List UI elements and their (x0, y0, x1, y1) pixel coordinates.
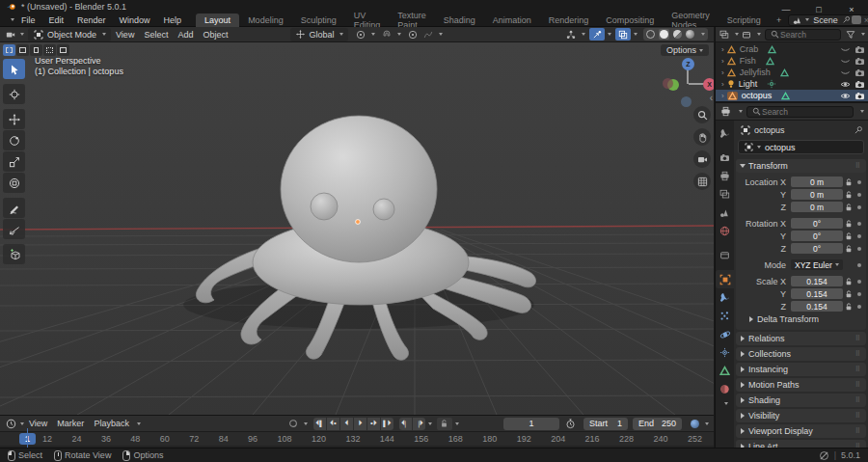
location-y-field[interactable]: 0 m (791, 189, 843, 200)
outliner-editor-type-icon[interactable] (719, 30, 730, 40)
snap-toggle-button[interactable] (379, 28, 394, 41)
proportional-falloff-button[interactable] (420, 28, 436, 41)
rotation-x-field[interactable]: 0° (791, 218, 843, 229)
transform-tool[interactable] (3, 173, 25, 193)
filter-icon[interactable] (845, 30, 856, 40)
lock-icon[interactable] (843, 177, 854, 187)
scale-z-field[interactable]: 0.154 (791, 301, 843, 312)
editor-type-icon[interactable] (4, 30, 17, 40)
outliner-item-octopus[interactable]: › octopus (716, 90, 868, 101)
lock-icon[interactable] (843, 203, 854, 212)
tab-physics[interactable] (716, 325, 734, 343)
tabs-overflow-chevron-icon[interactable] (724, 402, 728, 405)
panel-grip-icon[interactable]: ⠿ (855, 366, 861, 373)
next-keyframe-button[interactable]: •⏵ (367, 418, 380, 430)
move-tool[interactable] (3, 109, 25, 129)
workspace-tab-shading[interactable]: Shading (435, 14, 484, 27)
gizmo-minus-z-axis[interactable] (681, 96, 692, 107)
panel-grip-icon[interactable]: ⠿ (855, 162, 861, 170)
panel-instancing[interactable]: Instancing⠿ (736, 363, 866, 376)
play-button[interactable]: ⏵ (354, 418, 366, 430)
workspace-tab-sculpting[interactable]: Sculpting (292, 14, 345, 27)
tab-material[interactable] (716, 380, 734, 398)
delta-transform-panel[interactable]: Delta Transform (736, 313, 866, 326)
camera-view-button[interactable] (693, 150, 711, 168)
tab-view-layer[interactable] (716, 185, 734, 204)
workspace-tab-layout[interactable]: Layout (196, 14, 239, 27)
jump-to-end-button[interactable]: ▌⏵ (381, 418, 393, 430)
gizmo-x-axis[interactable]: X (703, 78, 714, 91)
menu-render[interactable]: Render (70, 15, 113, 25)
object-name[interactable]: Light (739, 79, 758, 89)
jump-to-start-button[interactable]: ⏴▌ (313, 418, 326, 430)
prev-frame-button[interactable]: ⏴▏ (399, 418, 412, 430)
expand-icon[interactable]: › (721, 45, 724, 54)
animate-dot[interactable] (854, 263, 863, 267)
auto-keying-button[interactable] (285, 418, 301, 430)
hide-eye-closed-icon[interactable] (840, 57, 851, 66)
add-cube-tool[interactable] (3, 244, 25, 264)
expand-icon[interactable]: › (721, 68, 724, 77)
timeline-menu-playback[interactable]: Playback (89, 417, 134, 430)
gizmo-minus-x-axis[interactable] (663, 78, 673, 89)
minimize-button[interactable]: — (770, 0, 802, 19)
lock-icon[interactable] (843, 302, 854, 312)
lock-icon[interactable] (843, 244, 854, 254)
zoom-button[interactable] (693, 106, 711, 123)
object-name[interactable]: octopus (742, 91, 773, 100)
rotation-y-field[interactable]: 0° (791, 231, 843, 241)
outliner-item-fish[interactable]: › Fish (716, 55, 868, 67)
measure-tool[interactable] (3, 219, 25, 239)
tab-particles[interactable] (716, 307, 734, 325)
workspace-tab-modeling[interactable]: Modeling (239, 14, 292, 27)
select-mode-invert-button[interactable] (43, 44, 56, 56)
panel-relations[interactable]: Relations⠿ (736, 332, 866, 345)
rotate-tool[interactable] (3, 130, 25, 150)
timeline-menu-marker[interactable]: Marker (52, 417, 89, 430)
scale-y-field[interactable]: 0.154 (791, 288, 843, 299)
lock-icon[interactable] (843, 289, 854, 299)
select-mode-set-button[interactable] (3, 44, 15, 56)
timeline-editor-type-icon[interactable] (4, 419, 17, 429)
close-button[interactable]: × (835, 0, 868, 19)
animate-dot[interactable] (854, 292, 863, 296)
panel-collections[interactable]: Collections⠿ (736, 347, 866, 361)
animate-dot[interactable] (854, 205, 863, 209)
workspace-tab-compositing[interactable]: Compositing (597, 14, 663, 27)
viewport-menu-add[interactable]: Add (173, 28, 198, 41)
gizmo-z-axis[interactable]: Z (682, 58, 694, 70)
breadcrumb-object-name[interactable]: octopus (754, 125, 785, 135)
panel-grip-icon[interactable]: ⠿ (855, 427, 861, 435)
location-x-field[interactable]: 0 m (791, 177, 843, 187)
scale-tool[interactable] (3, 151, 25, 172)
navigation-gizmo[interactable]: Z X (662, 54, 714, 108)
next-frame-button[interactable]: ▕⏵ (413, 418, 425, 430)
disable-render-camera-icon[interactable] (854, 57, 865, 66)
object-name-value[interactable]: octopus (765, 143, 796, 152)
properties-search-input[interactable] (762, 107, 849, 117)
workspace-tab-scripting[interactable]: Scripting (719, 14, 770, 27)
expand-icon[interactable]: › (721, 92, 724, 100)
panel-grip-icon[interactable]: ⠿ (855, 381, 861, 389)
visibility-eye-icon[interactable] (840, 80, 851, 89)
object-name[interactable]: Fish (740, 56, 756, 66)
select-box-tool[interactable] (3, 59, 25, 79)
animate-dot[interactable] (854, 305, 863, 309)
panel-grip-icon[interactable]: ⠿ (855, 412, 861, 420)
workspace-tab-uv-editing[interactable]: UV Editing (345, 14, 390, 27)
outliner-search-input[interactable] (780, 30, 836, 40)
tab-render[interactable] (716, 149, 734, 167)
toggle-xray-button[interactable] (615, 28, 631, 41)
timeline-ruler[interactable]: 1224364860728496108120132144156168180192… (0, 432, 714, 446)
expand-icon[interactable]: › (721, 80, 724, 89)
outliner-item-light[interactable]: › Light (716, 78, 868, 90)
lock-icon[interactable] (843, 190, 854, 200)
tab-scene[interactable] (716, 204, 734, 222)
workspace-tab-animation[interactable]: Animation (484, 14, 540, 27)
rotation-z-field[interactable]: 0° (791, 243, 843, 254)
tab-modifiers[interactable] (716, 288, 734, 307)
panel-grip-icon[interactable]: ⠿ (855, 350, 861, 358)
orthographic-toggle-button[interactable] (693, 173, 711, 190)
properties-editor-type-icon[interactable] (719, 106, 732, 117)
frame-end-field[interactable]: End 250 (633, 418, 682, 430)
